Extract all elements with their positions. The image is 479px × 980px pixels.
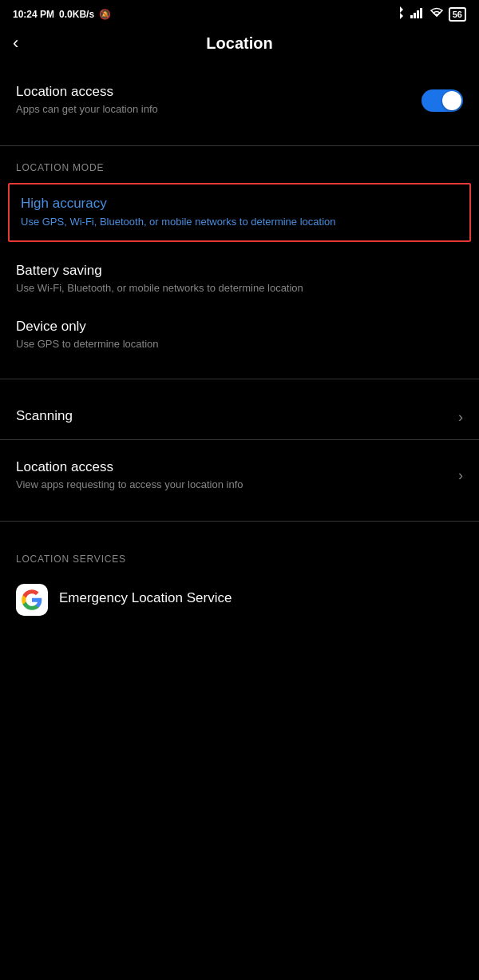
battery-saving-mode[interactable]: Battery saving Use Wi-Fi, Bluetooth, or … bbox=[0, 252, 479, 307]
location-access-toggle-row: Location access Apps can get your locati… bbox=[0, 71, 479, 129]
status-right: 56 bbox=[394, 6, 466, 22]
toggle-knob bbox=[442, 91, 461, 110]
battery-indicator: 56 bbox=[449, 7, 466, 22]
scanning-title: Scanning bbox=[16, 408, 458, 424]
location-mode-header: LOCATION MODE bbox=[0, 146, 479, 180]
status-left: 10:24 PM 0.0KB/s 🔕 bbox=[13, 9, 111, 20]
battery-saving-title: Battery saving bbox=[16, 263, 463, 279]
location-access-subtitle: Apps can get your location info bbox=[16, 102, 422, 117]
svg-rect-1 bbox=[414, 13, 416, 18]
bluetooth-icon bbox=[394, 6, 406, 22]
high-accuracy-title: High accuracy bbox=[21, 196, 458, 212]
scanning-chevron-icon: › bbox=[458, 409, 463, 426]
location-access-title: Location access bbox=[16, 84, 422, 100]
device-only-mode[interactable]: Device only Use GPS to determine locatio… bbox=[0, 307, 479, 363]
top-navigation: ‹ Location bbox=[0, 25, 479, 65]
network-speed: 0.0KB/s bbox=[59, 9, 94, 20]
time-display: 10:24 PM bbox=[13, 9, 54, 20]
svg-rect-0 bbox=[410, 15, 413, 18]
svg-rect-2 bbox=[417, 10, 419, 18]
location-access-apps-subtitle: View apps requesting to access your loca… bbox=[16, 478, 458, 492]
location-access-apps-chevron-icon: › bbox=[458, 467, 463, 484]
location-access-apps-text: Location access View apps requesting to … bbox=[16, 459, 458, 492]
location-services-header: LOCATION SERVICES bbox=[0, 538, 479, 571]
page-title: Location bbox=[206, 34, 272, 53]
wifi-icon bbox=[430, 7, 444, 21]
status-bar: 10:24 PM 0.0KB/s 🔕 56 bbox=[0, 0, 479, 25]
signal-icon bbox=[410, 7, 425, 21]
emergency-location-title: Emergency Location Service bbox=[59, 590, 463, 606]
silent-icon: 🔕 bbox=[99, 9, 111, 20]
battery-saving-subtitle: Use Wi-Fi, Bluetooth, or mobile networks… bbox=[16, 281, 463, 296]
scanning-text: Scanning bbox=[16, 408, 458, 427]
device-only-title: Device only bbox=[16, 319, 463, 335]
location-access-apps-title: Location access bbox=[16, 459, 458, 475]
location-access-apps-row[interactable]: Location access View apps requesting to … bbox=[0, 446, 479, 505]
device-only-subtitle: Use GPS to determine location bbox=[16, 337, 463, 351]
scanning-row[interactable]: Scanning › bbox=[0, 395, 479, 439]
emergency-location-text: Emergency Location Service bbox=[59, 590, 463, 609]
back-button[interactable]: ‹ bbox=[13, 34, 18, 52]
high-accuracy-subtitle: Use GPS, Wi-Fi, Bluetooth, or mobile net… bbox=[21, 215, 458, 229]
location-access-toggle[interactable] bbox=[422, 89, 463, 112]
high-accuracy-mode[interactable]: › High accuracy Use GPS, Wi-Fi, Bluetoot… bbox=[8, 183, 471, 242]
emergency-location-row[interactable]: Emergency Location Service bbox=[0, 571, 479, 629]
svg-rect-3 bbox=[420, 8, 422, 18]
location-access-text: Location access Apps can get your locati… bbox=[16, 84, 422, 117]
google-icon bbox=[16, 584, 48, 616]
